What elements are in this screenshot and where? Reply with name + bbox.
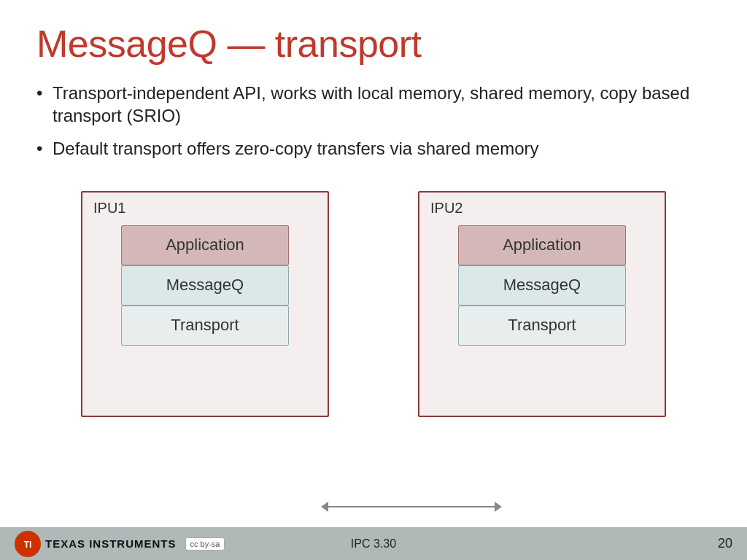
cc-license-badge: cc by-sa <box>185 537 225 551</box>
cc-license-text: cc by-sa <box>190 540 220 548</box>
svg-text:TI: TI <box>24 540 32 550</box>
footer-page-number: 20 <box>499 536 732 551</box>
ipu2-label: IPU2 <box>430 200 654 217</box>
ipu2-block-stack: Application MessageQ Transport <box>430 225 654 346</box>
ti-logo: TI TEXAS INSTRUMENTS <box>15 531 177 557</box>
bullet-item-2: Default transport offers zero-copy trans… <box>36 137 711 160</box>
ti-company-name: TEXAS INSTRUMENTS <box>45 537 177 550</box>
ipu1-box: IPU1 Application MessageQ <box>81 191 329 417</box>
ipu2-box: IPU2 Application MessageQ Transport <box>418 191 666 417</box>
slide: MessageQ — transport Transport-independe… <box>0 0 747 560</box>
footer-center-text: IPC 3.30 <box>248 537 499 551</box>
footer-left: TI TEXAS INSTRUMENTS cc by-sa <box>15 531 248 557</box>
h-arrow-line <box>328 506 495 508</box>
ti-logo-icon: TI <box>15 531 41 557</box>
ipu1-block-stack: Application MessageQ Transport <box>93 225 317 346</box>
ipu1-messageq-block: MessageQ <box>121 265 289 306</box>
bullet-item-1: Transport-independent API, works with lo… <box>36 82 711 127</box>
h-arrow-left-head <box>321 502 328 512</box>
ti-icon-svg: TI <box>19 535 36 553</box>
ipu1-transport-block: Transport <box>121 306 289 346</box>
slide-title: MessageQ — transport <box>36 22 711 66</box>
ipu2-application-block: Application <box>458 225 626 265</box>
ipu2-messageq-block: MessageQ <box>458 265 626 306</box>
transport-bidirectional-arrow <box>321 499 502 514</box>
footer: TI TEXAS INSTRUMENTS cc by-sa IPC 3.30 2… <box>0 527 747 560</box>
ipu2-transport-block: Transport <box>458 306 626 346</box>
h-arrow-right-head <box>495 502 502 512</box>
diagram-area: IPU1 Application MessageQ <box>36 191 711 560</box>
ipu1-label: IPU1 <box>93 200 317 217</box>
bullet-list: Transport-independent API, works with lo… <box>36 82 711 171</box>
ipu1-application-block: Application <box>121 225 289 265</box>
